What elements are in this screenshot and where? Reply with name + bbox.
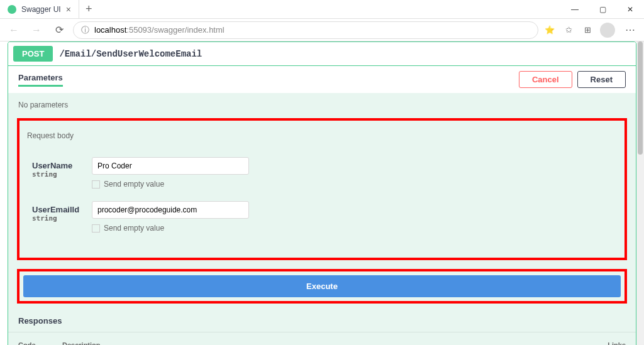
parameters-tab[interactable]: Parameters: [18, 73, 63, 87]
window-close-button[interactable]: ✕: [616, 0, 644, 19]
window-maximize-button[interactable]: ▢: [589, 0, 616, 19]
useremail-input[interactable]: [92, 201, 249, 219]
new-tab-button[interactable]: +: [79, 3, 99, 16]
useremail-empty-checkbox[interactable]: [92, 224, 100, 233]
reset-button[interactable]: Reset: [577, 71, 626, 88]
cancel-button[interactable]: Cancel: [519, 71, 572, 88]
field-row-username: UserName string Send empty value: [32, 157, 612, 189]
tab-close-icon[interactable]: ×: [66, 4, 71, 14]
collections-icon[interactable]: ⊞: [581, 24, 594, 36]
window-minimize-button[interactable]: —: [561, 0, 589, 19]
url-text: localhost:55093/swagger/index.html: [94, 25, 225, 35]
profile-avatar[interactable]: [600, 23, 615, 38]
no-parameters-text: No parameters: [8, 93, 636, 117]
nav-refresh-button[interactable]: ⟳: [50, 21, 68, 39]
parameters-header: Parameters Cancel Reset: [8, 66, 636, 93]
browser-addressbar: ← → ⟳ ⓘ localhost:55093/swagger/index.ht…: [0, 19, 644, 41]
username-input[interactable]: [92, 157, 249, 175]
more-menu-icon[interactable]: ⋯: [621, 24, 639, 36]
field-type: string: [32, 214, 79, 222]
field-name: UserName: [32, 161, 79, 170]
responses-header: Responses: [8, 310, 636, 332]
field-row-useremail: UserEmailId string Send empty value: [32, 201, 612, 233]
field-name: UserEmailId: [32, 205, 79, 214]
request-body-highlight-box: Request body multipart/form-data UserNam…: [17, 118, 627, 260]
nav-forward-button[interactable]: →: [28, 21, 45, 39]
http-method-badge: POST: [13, 46, 53, 62]
execute-highlight-box: Execute: [17, 269, 627, 304]
username-empty-checkbox[interactable]: [92, 180, 100, 189]
field-type: string: [32, 170, 79, 178]
scrollbar-thumb[interactable]: [638, 41, 643, 155]
window-titlebar: Swagger UI × + — ▢ ✕: [0, 0, 644, 19]
favorites-icon[interactable]: ✩: [562, 24, 575, 36]
checkbox-label: Send empty value: [104, 224, 164, 233]
request-body-label: Request body: [22, 131, 74, 140]
read-aloud-icon[interactable]: ⭐: [543, 24, 556, 36]
endpoint-path: /Email/SendUserWelcomeEmail: [59, 49, 202, 59]
vertical-scrollbar[interactable]: [636, 41, 644, 345]
responses-col-links: Links: [575, 341, 626, 345]
swagger-favicon: [8, 5, 16, 14]
checkbox-label: Send empty value: [104, 180, 164, 189]
responses-table: Code Description Links 200 Success No li…: [8, 332, 636, 345]
page-content: POST /Email/SendUserWelcomeEmail Paramet…: [0, 41, 644, 345]
url-input[interactable]: ⓘ localhost:55093/swagger/index.html: [73, 21, 538, 39]
tab-title: Swagger UI: [21, 5, 61, 14]
site-info-icon[interactable]: ⓘ: [81, 25, 89, 36]
responses-col-desc: Description: [62, 341, 575, 345]
browser-tab[interactable]: Swagger UI ×: [0, 0, 79, 19]
endpoint-panel: POST /Email/SendUserWelcomeEmail Paramet…: [8, 41, 636, 345]
execute-button[interactable]: Execute: [23, 275, 621, 297]
nav-back-button[interactable]: ←: [5, 21, 23, 39]
endpoint-header[interactable]: POST /Email/SendUserWelcomeEmail: [8, 42, 636, 66]
responses-col-code: Code: [18, 341, 62, 345]
